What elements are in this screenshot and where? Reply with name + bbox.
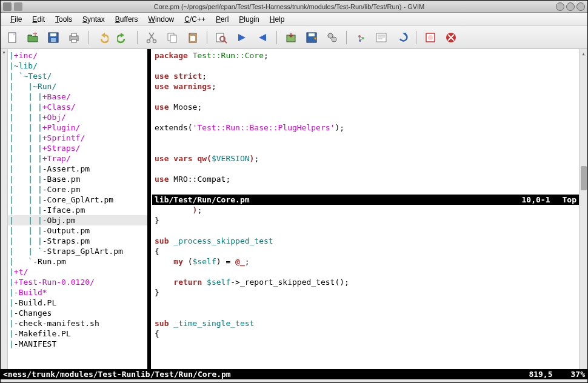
tree-item[interactable]: |~lib/ [8,61,147,71]
load-session-icon[interactable] [283,30,299,45]
tree-item[interactable]: |-MANIFEST [8,339,147,349]
code-line[interactable]: sub _process_skipped_test [152,236,579,246]
menu-plugin[interactable]: Plugin [234,13,264,25]
split-divider[interactable] [147,49,152,369]
code-line[interactable] [152,164,579,174]
code-line[interactable]: { [152,328,579,339]
code-line[interactable]: } [152,215,579,225]
tree-item[interactable]: | | |-Core_GplArt.pm [8,195,147,205]
tree-item[interactable]: |+t/ [8,267,147,277]
code-line[interactable] [152,267,579,277]
code-line[interactable]: use vars qw($VERSION); [152,153,579,164]
menu-cc[interactable]: C/C++ [179,13,210,25]
menu-buffers[interactable]: Buffers [110,13,143,25]
find-icon[interactable] [213,30,229,45]
code-line[interactable] [152,112,579,122]
tree-item[interactable]: |-Changes [8,308,147,318]
tree-item[interactable]: |-Makefile.PL [8,328,147,339]
menu-syntax[interactable]: Syntax [78,13,110,25]
tree-item[interactable]: |-Build* [8,287,147,298]
tree-item[interactable]: | | |-Straps.pm [8,236,147,246]
tree-item[interactable]: | | |-Assert.pm [8,164,147,174]
svg-rect-30 [376,33,386,42]
undo-icon[interactable] [95,30,110,45]
cut-icon[interactable] [144,30,159,45]
code-line[interactable]: extends('Test::Run::Base::PlugHelpers'); [152,122,579,133]
tree-item[interactable]: |-check-manifest.sh [8,318,147,328]
tree-item[interactable]: | | |+Straps/ [8,143,147,153]
code-line[interactable] [152,184,579,195]
new-file-icon[interactable] [4,30,20,45]
tree-item[interactable]: | | |+Plugin/ [8,122,147,133]
tree-item[interactable]: | | |-Obj.pm [8,215,147,225]
menu-edit[interactable]: Edit [27,13,50,25]
tree-item[interactable]: | | |-Iface.pm [8,205,147,215]
redo-icon[interactable] [115,30,131,45]
maximize-button[interactable] [566,2,575,11]
help-icon[interactable] [423,30,438,45]
code-line[interactable]: } [152,287,579,298]
menu-window[interactable]: Window [144,13,179,25]
tree-item[interactable]: | | `-Straps_GplArt.pm [8,246,147,256]
code-line[interactable]: use warnings; [152,81,579,92]
print-icon[interactable] [66,30,82,45]
run-script-icon[interactable] [324,30,340,45]
tree-item[interactable]: | | |+Sprintf/ [8,133,147,143]
shell-icon[interactable] [373,30,389,45]
copy-icon[interactable] [164,30,180,45]
next-icon[interactable] [234,30,250,45]
menu-help[interactable]: Help [265,13,290,25]
code-line[interactable] [152,92,579,102]
scroll-thumb[interactable] [581,166,587,190]
tree-item[interactable]: | | |+Base/ [8,92,147,102]
menu-tools[interactable]: Tools [50,13,77,25]
find-help-icon[interactable] [443,30,459,45]
tree-item[interactable]: | `-Run.pm [8,256,147,267]
scrollbar[interactable]: ▴ [579,49,587,369]
tree-item[interactable]: | | |+Obj/ [8,112,147,122]
code-pane[interactable]: package Test::Run::Core; use strict;use … [152,49,579,369]
save-icon[interactable] [45,30,61,45]
minimize-button[interactable] [556,2,564,11]
code-line[interactable] [152,143,579,153]
code-line[interactable] [152,61,579,71]
code-line[interactable] [152,298,579,308]
file-tree-pane[interactable]: |+inc/|~lib/| `~Test/| |~Run/| | |+Base/… [8,49,147,369]
pin-icon[interactable] [14,2,22,11]
code-line[interactable]: use strict; [152,71,579,81]
code-line[interactable] [152,133,579,143]
open-icon[interactable] [25,30,41,45]
code-line[interactable]: return $self->_report_skipped_test(); [152,277,579,287]
fold-gutter[interactable]: ▾ [1,49,8,369]
code-line[interactable]: { [152,246,579,256]
tree-item[interactable]: | |~Run/ [8,81,147,92]
tags-icon[interactable] [394,30,410,45]
close-button[interactable] [576,2,585,11]
menu-file[interactable]: File [5,13,27,25]
tree-item[interactable]: | | |-Core.pm [8,184,147,195]
paste-icon[interactable] [185,30,201,45]
save-session-icon[interactable] [304,30,319,45]
code-line[interactable]: package Test::Run::Core; [152,50,579,61]
tree-item[interactable]: | | |+Trap/ [8,153,147,164]
window-resize-grip[interactable] [1,379,587,382]
code-line[interactable]: ); [152,205,579,215]
code-line[interactable]: my ($self) = @_; [152,256,579,267]
tree-item[interactable]: | `~Test/ [8,71,147,81]
code-line[interactable] [152,308,579,318]
tree-item[interactable]: |-Build.PL [8,298,147,308]
tree-item[interactable]: |+Test-Run-0.0120/ [8,277,147,287]
prev-icon[interactable] [255,30,270,45]
code-line[interactable] [152,225,579,236]
scroll-up-icon[interactable]: ▴ [581,50,585,57]
make-icon[interactable] [353,30,369,45]
tree-item[interactable]: | | |-Output.pm [8,225,147,236]
bottom-status-tree-path: <ness/trunk/modules/Test-Run [3,370,136,379]
code-line[interactable]: use MRO::Compat; [152,174,579,184]
tree-item[interactable]: | | |-Base.pm [8,174,147,184]
code-line[interactable]: use Moose; [152,102,579,112]
code-line[interactable]: sub _time_single_test [152,318,579,328]
menu-perl[interactable]: Perl [211,13,233,25]
tree-item[interactable]: | | |+Class/ [8,102,147,112]
tree-item[interactable]: |+inc/ [8,50,147,61]
